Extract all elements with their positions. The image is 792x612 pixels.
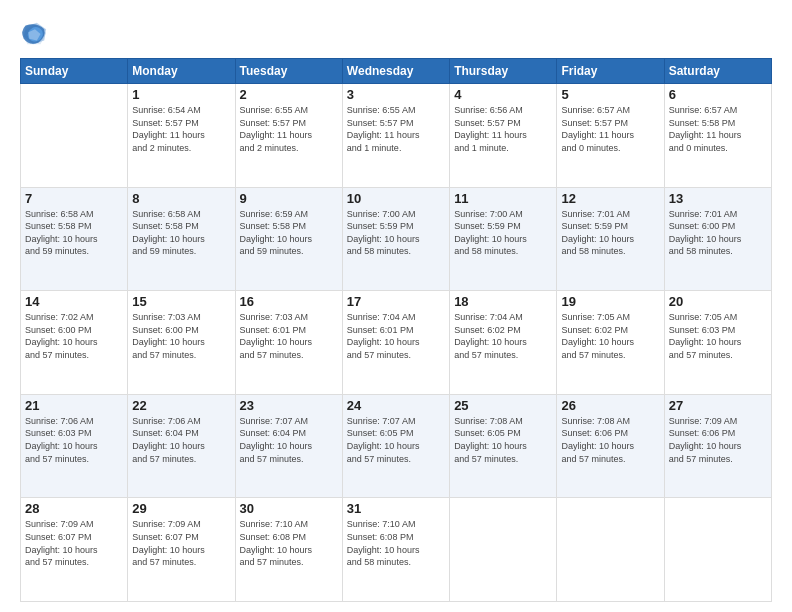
cell-info: Sunrise: 7:10 AM Sunset: 6:08 PM Dayligh… <box>240 518 338 568</box>
day-number: 16 <box>240 294 338 309</box>
cell-info: Sunrise: 7:04 AM Sunset: 6:01 PM Dayligh… <box>347 311 445 361</box>
day-number: 27 <box>669 398 767 413</box>
weekday-header-wednesday: Wednesday <box>342 59 449 84</box>
calendar-week-3: 14Sunrise: 7:02 AM Sunset: 6:00 PM Dayli… <box>21 291 772 395</box>
cell-info: Sunrise: 7:05 AM Sunset: 6:03 PM Dayligh… <box>669 311 767 361</box>
calendar-cell: 18Sunrise: 7:04 AM Sunset: 6:02 PM Dayli… <box>450 291 557 395</box>
day-number: 12 <box>561 191 659 206</box>
calendar-cell: 10Sunrise: 7:00 AM Sunset: 5:59 PM Dayli… <box>342 187 449 291</box>
calendar-week-4: 21Sunrise: 7:06 AM Sunset: 6:03 PM Dayli… <box>21 394 772 498</box>
day-number: 14 <box>25 294 123 309</box>
cell-info: Sunrise: 7:01 AM Sunset: 6:00 PM Dayligh… <box>669 208 767 258</box>
weekday-header-saturday: Saturday <box>664 59 771 84</box>
day-number: 23 <box>240 398 338 413</box>
calendar-cell: 25Sunrise: 7:08 AM Sunset: 6:05 PM Dayli… <box>450 394 557 498</box>
weekday-header-friday: Friday <box>557 59 664 84</box>
day-number: 19 <box>561 294 659 309</box>
day-number: 6 <box>669 87 767 102</box>
calendar-cell: 11Sunrise: 7:00 AM Sunset: 5:59 PM Dayli… <box>450 187 557 291</box>
calendar-cell: 24Sunrise: 7:07 AM Sunset: 6:05 PM Dayli… <box>342 394 449 498</box>
cell-info: Sunrise: 6:57 AM Sunset: 5:57 PM Dayligh… <box>561 104 659 154</box>
calendar-cell <box>557 498 664 602</box>
calendar-cell: 19Sunrise: 7:05 AM Sunset: 6:02 PM Dayli… <box>557 291 664 395</box>
calendar-cell: 8Sunrise: 6:58 AM Sunset: 5:58 PM Daylig… <box>128 187 235 291</box>
day-number: 10 <box>347 191 445 206</box>
calendar-cell: 20Sunrise: 7:05 AM Sunset: 6:03 PM Dayli… <box>664 291 771 395</box>
calendar-cell <box>664 498 771 602</box>
cell-info: Sunrise: 6:55 AM Sunset: 5:57 PM Dayligh… <box>240 104 338 154</box>
logo-icon <box>20 20 48 48</box>
calendar-cell: 23Sunrise: 7:07 AM Sunset: 6:04 PM Dayli… <box>235 394 342 498</box>
calendar-cell: 14Sunrise: 7:02 AM Sunset: 6:00 PM Dayli… <box>21 291 128 395</box>
calendar-cell: 9Sunrise: 6:59 AM Sunset: 5:58 PM Daylig… <box>235 187 342 291</box>
cell-info: Sunrise: 7:06 AM Sunset: 6:03 PM Dayligh… <box>25 415 123 465</box>
calendar-cell: 2Sunrise: 6:55 AM Sunset: 5:57 PM Daylig… <box>235 84 342 188</box>
day-number: 7 <box>25 191 123 206</box>
cell-info: Sunrise: 7:01 AM Sunset: 5:59 PM Dayligh… <box>561 208 659 258</box>
cell-info: Sunrise: 7:09 AM Sunset: 6:07 PM Dayligh… <box>132 518 230 568</box>
day-number: 3 <box>347 87 445 102</box>
calendar-cell: 16Sunrise: 7:03 AM Sunset: 6:01 PM Dayli… <box>235 291 342 395</box>
calendar-cell: 12Sunrise: 7:01 AM Sunset: 5:59 PM Dayli… <box>557 187 664 291</box>
calendar-cell: 26Sunrise: 7:08 AM Sunset: 6:06 PM Dayli… <box>557 394 664 498</box>
cell-info: Sunrise: 7:02 AM Sunset: 6:00 PM Dayligh… <box>25 311 123 361</box>
day-number: 24 <box>347 398 445 413</box>
cell-info: Sunrise: 7:03 AM Sunset: 6:01 PM Dayligh… <box>240 311 338 361</box>
cell-info: Sunrise: 6:56 AM Sunset: 5:57 PM Dayligh… <box>454 104 552 154</box>
calendar-cell: 29Sunrise: 7:09 AM Sunset: 6:07 PM Dayli… <box>128 498 235 602</box>
calendar-cell: 5Sunrise: 6:57 AM Sunset: 5:57 PM Daylig… <box>557 84 664 188</box>
day-number: 17 <box>347 294 445 309</box>
cell-info: Sunrise: 6:54 AM Sunset: 5:57 PM Dayligh… <box>132 104 230 154</box>
cell-info: Sunrise: 7:08 AM Sunset: 6:06 PM Dayligh… <box>561 415 659 465</box>
cell-info: Sunrise: 6:57 AM Sunset: 5:58 PM Dayligh… <box>669 104 767 154</box>
day-number: 9 <box>240 191 338 206</box>
cell-info: Sunrise: 7:00 AM Sunset: 5:59 PM Dayligh… <box>347 208 445 258</box>
cell-info: Sunrise: 6:55 AM Sunset: 5:57 PM Dayligh… <box>347 104 445 154</box>
calendar-week-1: 1Sunrise: 6:54 AM Sunset: 5:57 PM Daylig… <box>21 84 772 188</box>
day-number: 31 <box>347 501 445 516</box>
cell-info: Sunrise: 7:09 AM Sunset: 6:07 PM Dayligh… <box>25 518 123 568</box>
weekday-header-tuesday: Tuesday <box>235 59 342 84</box>
cell-info: Sunrise: 7:03 AM Sunset: 6:00 PM Dayligh… <box>132 311 230 361</box>
day-number: 15 <box>132 294 230 309</box>
calendar-cell <box>450 498 557 602</box>
calendar-cell <box>21 84 128 188</box>
weekday-header-monday: Monday <box>128 59 235 84</box>
calendar-cell: 6Sunrise: 6:57 AM Sunset: 5:58 PM Daylig… <box>664 84 771 188</box>
weekday-header-sunday: Sunday <box>21 59 128 84</box>
cell-info: Sunrise: 6:58 AM Sunset: 5:58 PM Dayligh… <box>25 208 123 258</box>
page: SundayMondayTuesdayWednesdayThursdayFrid… <box>0 0 792 612</box>
calendar-cell: 21Sunrise: 7:06 AM Sunset: 6:03 PM Dayli… <box>21 394 128 498</box>
day-number: 30 <box>240 501 338 516</box>
day-number: 29 <box>132 501 230 516</box>
day-number: 25 <box>454 398 552 413</box>
calendar-cell: 13Sunrise: 7:01 AM Sunset: 6:00 PM Dayli… <box>664 187 771 291</box>
cell-info: Sunrise: 6:58 AM Sunset: 5:58 PM Dayligh… <box>132 208 230 258</box>
calendar-cell: 4Sunrise: 6:56 AM Sunset: 5:57 PM Daylig… <box>450 84 557 188</box>
cell-info: Sunrise: 7:04 AM Sunset: 6:02 PM Dayligh… <box>454 311 552 361</box>
day-number: 13 <box>669 191 767 206</box>
calendar-cell: 17Sunrise: 7:04 AM Sunset: 6:01 PM Dayli… <box>342 291 449 395</box>
day-number: 18 <box>454 294 552 309</box>
calendar-cell: 22Sunrise: 7:06 AM Sunset: 6:04 PM Dayli… <box>128 394 235 498</box>
day-number: 22 <box>132 398 230 413</box>
calendar-cell: 15Sunrise: 7:03 AM Sunset: 6:00 PM Dayli… <box>128 291 235 395</box>
cell-info: Sunrise: 7:09 AM Sunset: 6:06 PM Dayligh… <box>669 415 767 465</box>
day-number: 8 <box>132 191 230 206</box>
cell-info: Sunrise: 7:07 AM Sunset: 6:05 PM Dayligh… <box>347 415 445 465</box>
cell-info: Sunrise: 7:05 AM Sunset: 6:02 PM Dayligh… <box>561 311 659 361</box>
calendar-week-5: 28Sunrise: 7:09 AM Sunset: 6:07 PM Dayli… <box>21 498 772 602</box>
cell-info: Sunrise: 7:00 AM Sunset: 5:59 PM Dayligh… <box>454 208 552 258</box>
day-number: 1 <box>132 87 230 102</box>
calendar-cell: 31Sunrise: 7:10 AM Sunset: 6:08 PM Dayli… <box>342 498 449 602</box>
day-number: 21 <box>25 398 123 413</box>
day-number: 2 <box>240 87 338 102</box>
header <box>20 20 772 48</box>
day-number: 20 <box>669 294 767 309</box>
day-number: 5 <box>561 87 659 102</box>
calendar-cell: 1Sunrise: 6:54 AM Sunset: 5:57 PM Daylig… <box>128 84 235 188</box>
calendar-cell: 3Sunrise: 6:55 AM Sunset: 5:57 PM Daylig… <box>342 84 449 188</box>
cell-info: Sunrise: 6:59 AM Sunset: 5:58 PM Dayligh… <box>240 208 338 258</box>
calendar-cell: 30Sunrise: 7:10 AM Sunset: 6:08 PM Dayli… <box>235 498 342 602</box>
cell-info: Sunrise: 7:06 AM Sunset: 6:04 PM Dayligh… <box>132 415 230 465</box>
